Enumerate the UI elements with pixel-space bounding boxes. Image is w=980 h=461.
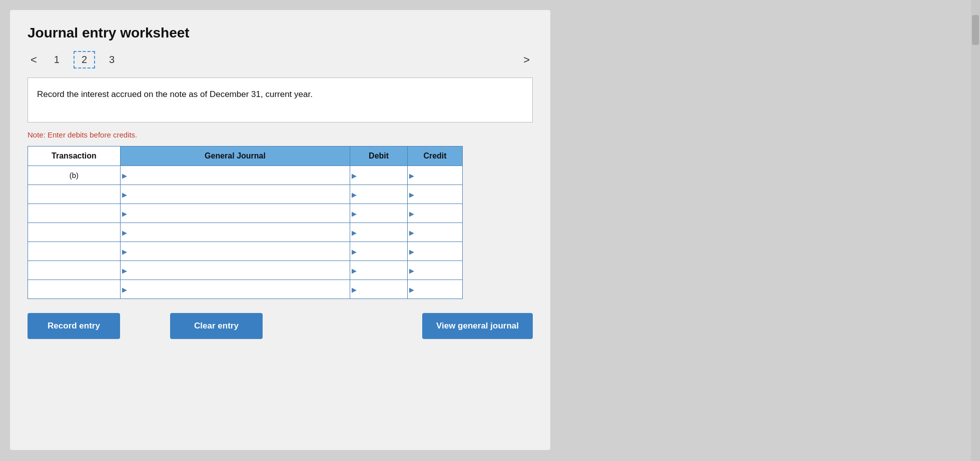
transaction-cell bbox=[28, 280, 121, 299]
general-journal-cell[interactable]: ▶ bbox=[120, 261, 350, 280]
header-transaction: Transaction bbox=[28, 146, 121, 166]
debit-input[interactable] bbox=[350, 166, 407, 184]
credit-cell[interactable]: ▶ bbox=[408, 261, 463, 280]
general-journal-input[interactable] bbox=[121, 204, 350, 222]
credit-cell[interactable]: ▶ bbox=[408, 242, 463, 261]
credit-input[interactable] bbox=[408, 261, 462, 280]
buttons-row: Record entry Clear entry View general jo… bbox=[28, 313, 533, 339]
general-journal-cell[interactable]: ▶ bbox=[120, 166, 350, 185]
credit-cell[interactable]: ▶ bbox=[408, 223, 463, 242]
general-journal-input[interactable] bbox=[121, 242, 350, 260]
transaction-cell bbox=[28, 242, 121, 261]
journal-table: Transaction General Journal Debit Credit… bbox=[28, 146, 463, 299]
nav-row: < 1 2 3 > bbox=[28, 51, 533, 68]
credit-input[interactable] bbox=[408, 185, 462, 204]
general-journal-input[interactable] bbox=[121, 185, 350, 204]
debit-cell[interactable]: ▶ bbox=[350, 261, 408, 280]
credit-cell[interactable]: ▶ bbox=[408, 185, 463, 204]
credit-input[interactable] bbox=[408, 223, 462, 242]
general-journal-input[interactable] bbox=[121, 223, 350, 242]
general-journal-cell[interactable]: ▶ bbox=[120, 185, 350, 204]
general-journal-cell[interactable]: ▶ bbox=[120, 280, 350, 299]
debit-input[interactable] bbox=[350, 280, 407, 298]
page-title: Journal entry worksheet bbox=[28, 25, 533, 41]
instruction-text: Record the interest accrued on the note … bbox=[37, 90, 313, 99]
debit-input[interactable] bbox=[350, 242, 407, 260]
record-entry-button[interactable]: Record entry bbox=[28, 313, 120, 339]
table-row: ▶▶▶ bbox=[28, 280, 463, 299]
credit-input[interactable] bbox=[408, 280, 462, 298]
table-row: ▶▶▶ bbox=[28, 204, 463, 223]
transaction-cell bbox=[28, 261, 121, 280]
general-journal-input[interactable] bbox=[121, 166, 350, 184]
table-row: ▶▶▶ bbox=[28, 242, 463, 261]
credit-input[interactable] bbox=[408, 242, 462, 260]
table-row: ▶▶▶ bbox=[28, 223, 463, 242]
general-journal-input[interactable] bbox=[121, 261, 350, 280]
debit-cell[interactable]: ▶ bbox=[350, 166, 408, 185]
header-credit: Credit bbox=[408, 146, 463, 166]
transaction-cell bbox=[28, 204, 121, 223]
debit-cell[interactable]: ▶ bbox=[350, 280, 408, 299]
debit-cell[interactable]: ▶ bbox=[350, 185, 408, 204]
transaction-cell: (b) bbox=[28, 166, 121, 185]
note-text: Note: Enter debits before credits. bbox=[28, 130, 533, 139]
nav-item-3[interactable]: 3 bbox=[104, 52, 120, 68]
header-general-journal: General Journal bbox=[120, 146, 350, 166]
credit-input[interactable] bbox=[408, 166, 462, 184]
general-journal-input[interactable] bbox=[121, 280, 350, 298]
credit-cell[interactable]: ▶ bbox=[408, 166, 463, 185]
debit-cell[interactable]: ▶ bbox=[350, 204, 408, 223]
view-general-journal-button[interactable]: View general journal bbox=[422, 313, 533, 339]
debit-input[interactable] bbox=[350, 223, 407, 242]
transaction-cell bbox=[28, 185, 121, 204]
credit-cell[interactable]: ▶ bbox=[408, 204, 463, 223]
credit-cell[interactable]: ▶ bbox=[408, 280, 463, 299]
nav-next-button[interactable]: > bbox=[520, 52, 533, 68]
debit-input[interactable] bbox=[350, 261, 407, 280]
nav-prev-button[interactable]: < bbox=[28, 52, 40, 68]
scrollbar-thumb[interactable] bbox=[972, 15, 979, 45]
credit-input[interactable] bbox=[408, 204, 462, 222]
worksheet-container: Journal entry worksheet < 1 2 3 > Record… bbox=[10, 10, 550, 450]
debit-cell[interactable]: ▶ bbox=[350, 242, 408, 261]
general-journal-cell[interactable]: ▶ bbox=[120, 242, 350, 261]
table-row: ▶▶▶ bbox=[28, 185, 463, 204]
general-journal-cell[interactable]: ▶ bbox=[120, 223, 350, 242]
table-row: ▶▶▶ bbox=[28, 261, 463, 280]
nav-item-2[interactable]: 2 bbox=[74, 51, 95, 68]
nav-item-1[interactable]: 1 bbox=[49, 52, 65, 68]
debit-input[interactable] bbox=[350, 185, 407, 204]
debit-input[interactable] bbox=[350, 204, 407, 222]
clear-entry-button[interactable]: Clear entry bbox=[170, 313, 263, 339]
instruction-box: Record the interest accrued on the note … bbox=[28, 78, 533, 122]
scrollbar[interactable] bbox=[971, 0, 980, 461]
transaction-cell bbox=[28, 223, 121, 242]
header-debit: Debit bbox=[350, 146, 408, 166]
debit-cell[interactable]: ▶ bbox=[350, 223, 408, 242]
general-journal-cell[interactable]: ▶ bbox=[120, 204, 350, 223]
table-row: (b)▶▶▶ bbox=[28, 166, 463, 185]
